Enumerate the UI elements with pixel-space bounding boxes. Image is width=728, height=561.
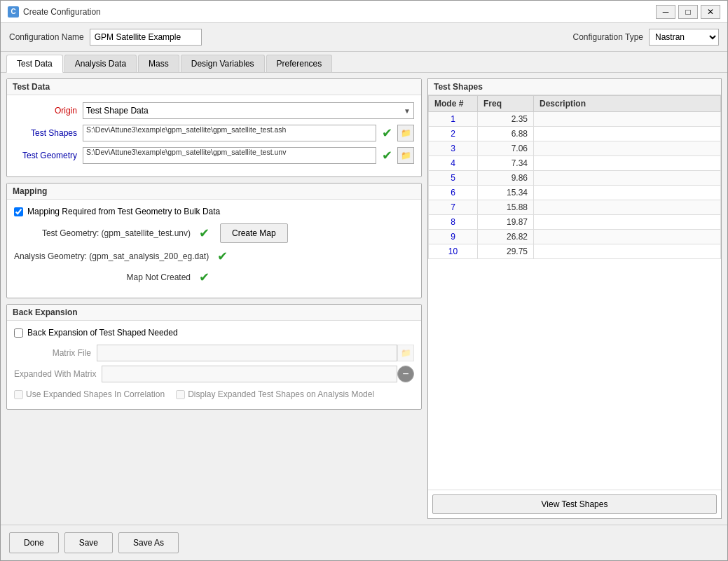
table-row: 715.88 xyxy=(429,200,721,215)
minimize-button[interactable]: ─ xyxy=(656,5,675,19)
desc-cell xyxy=(534,215,721,230)
mode-cell: 5 xyxy=(429,171,478,186)
test-shapes-input[interactable]: S:\Dev\Attune3\example\gpm_satellite\gpm… xyxy=(83,125,376,141)
table-row: 615.34 xyxy=(429,186,721,200)
test-geometry-label: Test Geometry xyxy=(14,151,77,160)
mapping-checkbox[interactable] xyxy=(14,207,23,216)
use-expanded-label: Use Expanded Shapes In Correlation xyxy=(14,389,165,399)
test-geometry-mapping-row: Test Geometry: (gpm_satellite_test.unv) … xyxy=(14,223,414,243)
analysis-geometry-mapping-check-icon: ✔ xyxy=(214,249,230,264)
display-expanded-checkbox xyxy=(176,390,185,399)
tab-preferences[interactable]: Preferences xyxy=(266,55,333,72)
test-geometry-check-icon: ✔ xyxy=(379,148,394,163)
analysis-geometry-mapping-label: Analysis Geometry: (gpm_sat_analysis_200… xyxy=(14,251,214,261)
test-shapes-table: Mode # Freq Description 12.3526.8837.064… xyxy=(428,95,721,259)
test-geometry-mapping-label: Test Geometry: (gpm_satellite_test.unv) xyxy=(14,228,196,238)
tab-mass[interactable]: Mass xyxy=(138,55,179,72)
test-shapes-table-wrap: Mode # Freq Description 12.3526.8837.064… xyxy=(428,95,721,490)
create-map-button[interactable]: Create Map xyxy=(220,223,288,243)
tab-test-data[interactable]: Test Data xyxy=(6,55,63,73)
map-not-created-label: Map Not Created xyxy=(14,272,196,282)
test-shapes-folder-button[interactable]: 📁 xyxy=(397,125,414,141)
desc-cell xyxy=(534,230,721,244)
mapping-title: Mapping xyxy=(7,183,421,200)
test-shapes-footer: View Test Shapes xyxy=(428,490,721,518)
tab-design-variables[interactable]: Design Variables xyxy=(181,55,265,72)
table-row: 59.86 xyxy=(429,171,721,186)
freq-cell: 15.88 xyxy=(478,200,534,215)
desc-cell xyxy=(534,186,721,200)
done-button[interactable]: Done xyxy=(9,532,59,553)
test-data-content: Origin Test Shape Data ▼ Test Shapes S:\… xyxy=(7,95,421,176)
origin-dropdown[interactable]: Test Shape Data ▼ xyxy=(83,102,414,119)
test-geometry-folder-button[interactable]: 📁 xyxy=(397,147,414,164)
desc-cell xyxy=(534,244,721,259)
title-bar-left: C Create Configuration xyxy=(8,6,101,18)
table-row: 37.06 xyxy=(429,141,721,156)
display-expanded-label: Display Expanded Test Shapes on Analysis… xyxy=(176,389,374,399)
desc-cell xyxy=(534,171,721,186)
config-name-section: Configuration Name xyxy=(9,29,202,46)
col-desc: Description xyxy=(534,96,721,112)
test-shapes-row: Test Shapes S:\Dev\Attune3\example\gpm_s… xyxy=(14,125,414,141)
config-type-select[interactable]: Nastran ANSYS ABAQUS xyxy=(649,29,719,46)
origin-label: Origin xyxy=(14,106,77,116)
mode-cell: 2 xyxy=(429,127,478,141)
back-expansion-checkbox-row: Back Expansion of Test Shaped Needed xyxy=(14,328,414,338)
window-title: Create Configuration xyxy=(23,7,101,17)
mapping-checkbox-label: Mapping Required from Test Geometry to B… xyxy=(27,207,220,216)
tab-analysis-data[interactable]: Analysis Data xyxy=(64,55,137,72)
expanded-with-row: Expanded With Matrix − xyxy=(14,366,414,382)
be-checkboxes-row: Use Expanded Shapes In Correlation Displ… xyxy=(14,387,414,402)
test-shapes-check-icon: ✔ xyxy=(379,125,394,141)
config-name-input[interactable] xyxy=(90,29,202,46)
mapping-checkbox-row: Mapping Required from Test Geometry to B… xyxy=(14,207,414,216)
main-window: C Create Configuration ─ □ ✕ Configurati… xyxy=(0,0,728,561)
test-shapes-label: Test Shapes xyxy=(14,128,77,138)
test-shapes-panel-title: Test Shapes xyxy=(428,79,721,95)
back-expansion-checkbox[interactable] xyxy=(14,328,23,338)
mode-cell: 7 xyxy=(429,200,478,215)
analysis-geometry-mapping-row: Analysis Geometry: (gpm_sat_analysis_200… xyxy=(14,249,414,264)
mapping-content: Mapping Required from Test Geometry to B… xyxy=(7,200,421,298)
table-row: 47.34 xyxy=(429,156,721,171)
test-geometry-file-row: S:\Dev\Attune3\example\gpm_satellite\gpm… xyxy=(83,147,414,164)
test-data-group: Test Data Origin Test Shape Data ▼ Test … xyxy=(6,78,422,177)
mode-cell: 3 xyxy=(429,141,478,156)
mode-cell: 8 xyxy=(429,215,478,230)
mode-cell: 4 xyxy=(429,156,478,171)
back-expansion-content: Back Expansion of Test Shaped Needed Mat… xyxy=(7,321,421,409)
title-bar: C Create Configuration ─ □ ✕ xyxy=(1,1,727,23)
freq-cell: 7.34 xyxy=(478,156,534,171)
view-test-shapes-button[interactable]: View Test Shapes xyxy=(432,494,717,514)
col-freq: Freq xyxy=(478,96,534,112)
config-type-label: Configuration Type xyxy=(572,32,643,42)
save-as-button[interactable]: Save As xyxy=(118,532,179,553)
mode-cell: 1 xyxy=(429,112,478,127)
map-not-created-row: Map Not Created ✔ xyxy=(14,270,414,285)
maximize-button[interactable]: □ xyxy=(678,5,698,19)
test-data-title: Test Data xyxy=(7,79,421,95)
close-button[interactable]: ✕ xyxy=(701,5,720,19)
use-expanded-checkbox xyxy=(14,390,23,399)
expanded-with-label: Expanded With Matrix xyxy=(14,369,96,379)
col-mode: Mode # xyxy=(429,96,478,112)
freq-cell: 15.34 xyxy=(478,186,534,200)
save-button[interactable]: Save xyxy=(64,532,113,553)
matrix-file-row: Matrix File 📁 xyxy=(14,345,414,361)
test-geometry-row: Test Geometry S:\Dev\Attune3\example\gpm… xyxy=(14,147,414,164)
freq-cell: 29.75 xyxy=(478,244,534,259)
matrix-file-input xyxy=(97,345,397,361)
test-geometry-input[interactable]: S:\Dev\Attune3\example\gpm_satellite\gpm… xyxy=(83,147,376,164)
matrix-file-label: Matrix File xyxy=(14,348,91,358)
map-not-created-check-icon: ✔ xyxy=(196,270,212,285)
config-row: Configuration Name Configuration Type Na… xyxy=(1,23,727,52)
test-shapes-file-row: S:\Dev\Attune3\example\gpm_satellite\gpm… xyxy=(83,125,414,141)
mode-cell: 9 xyxy=(429,230,478,244)
table-row: 12.35 xyxy=(429,112,721,127)
config-type-section: Configuration Type Nastran ANSYS ABAQUS xyxy=(572,29,719,46)
left-panel: Test Data Origin Test Shape Data ▼ Test … xyxy=(6,78,422,519)
right-panel: Test Shapes Mode # Freq Description 12.3… xyxy=(427,78,722,519)
expanded-with-input xyxy=(102,366,397,382)
mode-cell: 10 xyxy=(429,244,478,259)
